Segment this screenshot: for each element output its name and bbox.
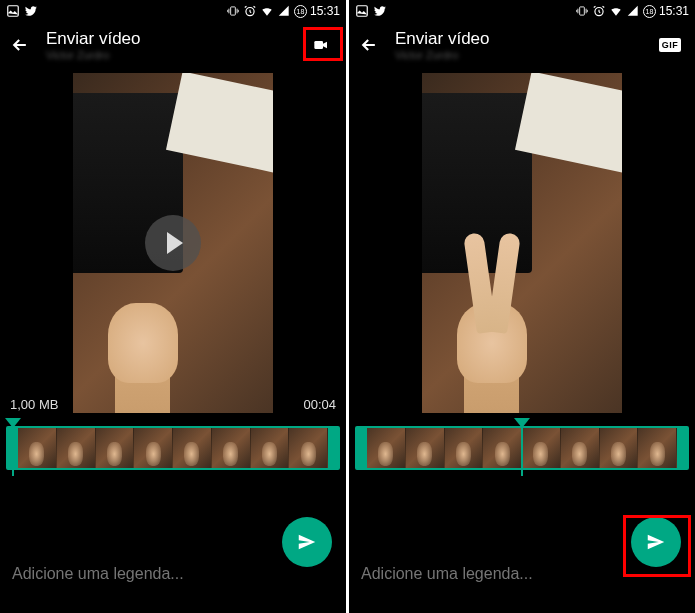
timeline-thumb[interactable] — [173, 428, 212, 468]
page-title: Enviar vídeo — [395, 29, 639, 49]
svg-rect-1 — [231, 7, 236, 15]
status-bar: 18 15:31 — [349, 0, 695, 22]
svg-rect-4 — [357, 6, 368, 17]
gif-mode-button[interactable]: GIF — [655, 34, 685, 56]
battery-icon: 18 — [643, 5, 656, 18]
recipient-name: Victor Zurdro — [395, 49, 639, 61]
timeline-thumb[interactable] — [522, 428, 561, 468]
status-time: 15:31 — [659, 4, 689, 18]
timeline-thumb[interactable] — [638, 428, 677, 468]
playhead-marker[interactable] — [5, 418, 21, 428]
gif-badge: GIF — [659, 38, 682, 52]
timeline-thumb[interactable] — [600, 428, 639, 468]
gallery-icon — [6, 4, 20, 18]
vibrate-icon — [226, 4, 240, 18]
gallery-icon — [355, 4, 369, 18]
trim-handle-right[interactable] — [677, 428, 687, 468]
page-title: Enviar vídeo — [46, 29, 290, 49]
recipient-name: Victor Zurdro — [46, 49, 290, 61]
timeline-thumb[interactable] — [57, 428, 96, 468]
signal-icon — [277, 4, 291, 18]
app-bar: Enviar vídeo Victor Zurdro — [0, 22, 346, 68]
timeline-thumb[interactable] — [96, 428, 135, 468]
wifi-icon — [260, 4, 274, 18]
duration-label: 00:04 — [303, 397, 336, 412]
timeline-thumb[interactable] — [367, 428, 406, 468]
trim-timeline[interactable] — [0, 418, 346, 482]
timeline-thumb[interactable] — [445, 428, 484, 468]
video-preview-area: 1,00 MB 00:04 — [0, 68, 346, 418]
video-mode-button[interactable] — [306, 34, 336, 56]
status-bar: 18 15:31 — [0, 0, 346, 22]
video-preview-area — [349, 68, 695, 418]
video-thumbnail[interactable] — [422, 73, 622, 413]
signal-icon — [626, 4, 640, 18]
video-thumbnail[interactable] — [73, 73, 273, 413]
timeline-thumb[interactable] — [483, 428, 522, 468]
timeline-thumb[interactable] — [289, 428, 328, 468]
timeline-thumb[interactable] — [561, 428, 600, 468]
alarm-icon — [592, 4, 606, 18]
twitter-icon — [24, 4, 38, 18]
timeline-thumb[interactable] — [18, 428, 57, 468]
screen-left: 18 15:31 Enviar vídeo Victor Zurdro — [0, 0, 346, 613]
wifi-icon — [609, 4, 623, 18]
back-arrow-icon[interactable] — [359, 35, 379, 55]
trim-timeline[interactable] — [349, 418, 695, 482]
file-size-label: 1,00 MB — [10, 397, 58, 412]
play-icon — [167, 232, 183, 254]
play-button[interactable] — [145, 215, 201, 271]
screen-right: 18 15:31 Enviar vídeo Victor Zurdro GIF — [349, 0, 695, 613]
trim-handle-left[interactable] — [357, 428, 367, 468]
svg-rect-3 — [314, 41, 323, 49]
timeline-thumb[interactable] — [251, 428, 290, 468]
caption-input[interactable] — [12, 565, 334, 583]
app-bar: Enviar vídeo Victor Zurdro GIF — [349, 22, 695, 68]
vibrate-icon — [575, 4, 589, 18]
alarm-icon — [243, 4, 257, 18]
svg-rect-0 — [8, 6, 19, 17]
back-arrow-icon[interactable] — [10, 35, 30, 55]
playhead-marker[interactable] — [514, 418, 530, 428]
caption-input[interactable] — [361, 565, 683, 583]
battery-icon: 18 — [294, 5, 307, 18]
timeline-thumb[interactable] — [134, 428, 173, 468]
timeline-thumb[interactable] — [212, 428, 251, 468]
svg-rect-5 — [580, 7, 585, 15]
status-time: 15:31 — [310, 4, 340, 18]
trim-handle-right[interactable] — [328, 428, 338, 468]
timeline-thumb[interactable] — [406, 428, 445, 468]
twitter-icon — [373, 4, 387, 18]
